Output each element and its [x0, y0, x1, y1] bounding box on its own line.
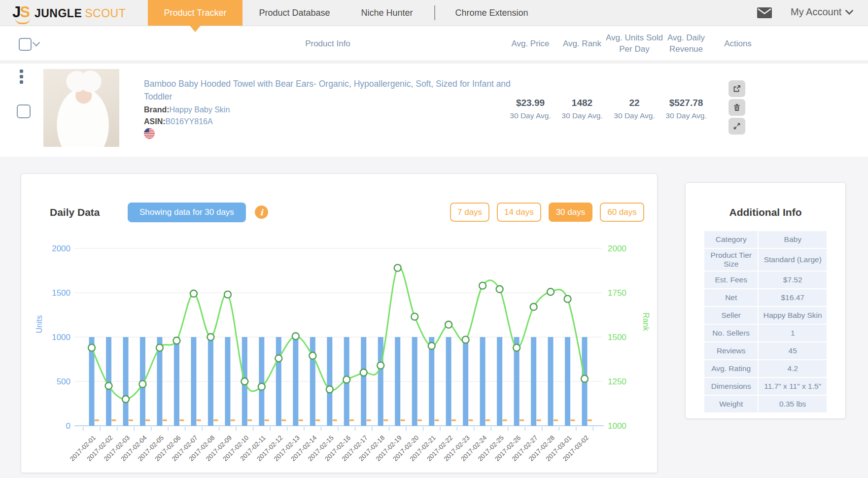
rank-point[interactable] [88, 344, 95, 351]
right-axis-tick-label: 1750 [608, 288, 626, 298]
units-bar [378, 337, 383, 426]
units-bar [191, 337, 196, 426]
price-marker [554, 419, 558, 421]
rank-point[interactable] [343, 376, 350, 383]
info-value: 11.7" x 11" x 1.5" [759, 378, 827, 395]
info-label: Dimensions [704, 378, 758, 395]
price-marker [129, 419, 133, 421]
expand-icon [733, 122, 741, 130]
daily-data-chart: 050010001500200010001250150017502000Unit… [21, 174, 657, 473]
price-marker [281, 419, 286, 421]
price-marker [571, 419, 575, 421]
info-value: 0.35 lbs [759, 396, 827, 412]
tab-product-database[interactable]: Product Database [249, 0, 340, 26]
tab-niche-hunter[interactable]: Niche Hunter [352, 0, 421, 26]
rank-point[interactable] [207, 334, 214, 341]
my-account-menu[interactable]: My Account [791, 6, 853, 18]
right-axis-tick-label: 1500 [608, 333, 626, 342]
rank-point[interactable] [173, 337, 180, 344]
rank-point[interactable] [105, 382, 112, 389]
price-marker [486, 419, 490, 421]
asin-label: ASIN: [144, 117, 166, 126]
col-avg-price: Avg. Price [506, 38, 555, 50]
rank-point[interactable] [224, 291, 231, 298]
rank-point[interactable] [139, 380, 146, 387]
units-bar [276, 337, 281, 426]
select-menu-toggle[interactable] [34, 40, 39, 45]
trash-icon [733, 103, 741, 111]
external-link-icon [733, 85, 741, 93]
rank-point[interactable] [275, 355, 282, 362]
units-bar [395, 337, 400, 426]
units-bar [446, 337, 451, 426]
product-title-link[interactable]: Bamboo Baby Hooded Towel with Bear Ears-… [144, 77, 511, 103]
info-label: Weight [704, 396, 758, 412]
rank-point[interactable] [496, 286, 503, 293]
jungle-scout-logo[interactable]: JS JUNGLE SCOUT [12, 3, 126, 21]
rank-point[interactable] [445, 321, 452, 328]
info-label: Seller [704, 307, 758, 324]
rank-point[interactable] [326, 386, 333, 393]
units-bar [293, 337, 298, 426]
rank-point[interactable] [156, 344, 163, 351]
rank-point[interactable] [581, 376, 588, 382]
open-on-amazon-button[interactable] [729, 80, 745, 97]
units-bar [174, 337, 179, 426]
rank-point[interactable] [122, 396, 129, 403]
info-value: $16.47 [759, 289, 827, 306]
rank-point[interactable] [547, 288, 554, 295]
rank-point[interactable] [479, 282, 486, 289]
asin-line: ASIN:B016YY816A [144, 117, 213, 126]
col-avg-daily-revenue: Avg. Daily Revenue [659, 33, 713, 55]
rank-point[interactable] [411, 313, 418, 320]
rank-point[interactable] [377, 362, 384, 369]
price-marker [299, 419, 303, 421]
units-bar [208, 337, 213, 426]
row-checkbox[interactable] [17, 104, 31, 118]
brand-label: Brand: [144, 105, 170, 114]
rank-point[interactable] [564, 296, 571, 303]
rank-point[interactable] [394, 265, 401, 272]
rank-point[interactable] [428, 342, 435, 349]
rank-point[interactable] [462, 336, 469, 343]
rank-point[interactable] [309, 352, 316, 359]
messages-button[interactable] [757, 7, 772, 20]
price-marker [315, 419, 320, 421]
rank-point[interactable] [513, 344, 520, 351]
units-bar [412, 337, 417, 426]
table-row: Est. Fees$7.52 [704, 272, 827, 288]
info-value: 45 [759, 342, 827, 359]
units-bar [327, 337, 332, 426]
col-product-info: Product Info [278, 38, 377, 50]
rank-point[interactable] [292, 333, 299, 340]
tab-product-tracker[interactable]: Product Tracker [148, 0, 243, 26]
us-flag-icon [144, 128, 155, 141]
table-row: CategoryBaby [704, 231, 827, 248]
drag-handle[interactable] [20, 69, 23, 84]
rank-point[interactable] [530, 304, 537, 310]
tab-chrome-extension[interactable]: Chrome Extension [446, 0, 537, 26]
info-value: Baby [759, 231, 827, 248]
units-bar [310, 337, 315, 426]
tab-product-database-label: Product Database [259, 8, 330, 18]
active-tab-pointer [190, 26, 201, 32]
rank-point[interactable] [360, 369, 367, 376]
right-axis-tick-label: 1250 [608, 377, 626, 386]
rank-point[interactable] [258, 383, 265, 390]
select-all-checkbox[interactable] [19, 38, 32, 51]
rank-point[interactable] [241, 378, 248, 385]
delete-product-button[interactable] [729, 99, 745, 116]
expand-details-button[interactable] [729, 118, 745, 135]
price-marker [163, 419, 167, 421]
rank-point[interactable] [190, 290, 197, 297]
left-axis-title: Units [35, 315, 43, 333]
avg-daily-revenue-value: $527.78 [654, 98, 718, 108]
product-image[interactable] [43, 69, 119, 147]
brand-value[interactable]: Happy Baby Skin [170, 105, 230, 114]
left-axis-tick-label: 0 [66, 421, 70, 431]
asin-value[interactable]: B016YY816A [166, 117, 213, 126]
units-bar [531, 337, 536, 426]
units-bar [463, 337, 468, 426]
additional-info-card: Additional Info CategoryBaby Product Tie… [685, 182, 846, 419]
info-value: 4.2 [759, 360, 827, 377]
